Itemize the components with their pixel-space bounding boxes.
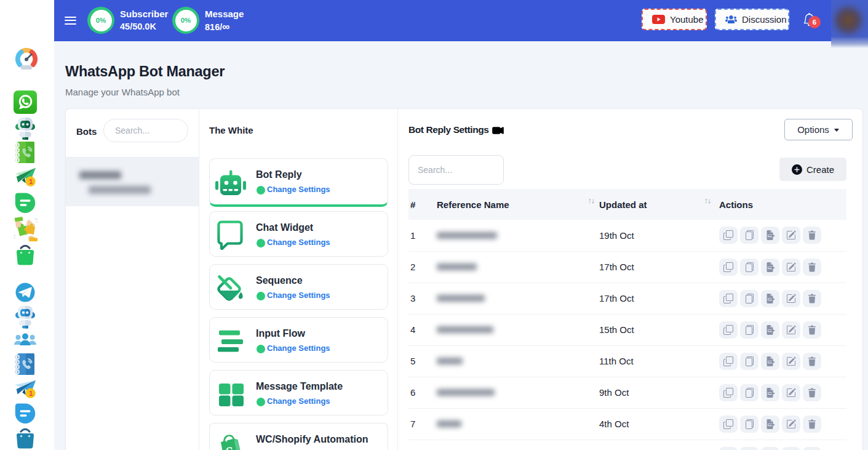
svg-text:1: 1 — [29, 390, 33, 397]
svg-text:S: S — [225, 444, 234, 450]
svg-text:1: 1 — [29, 178, 33, 185]
